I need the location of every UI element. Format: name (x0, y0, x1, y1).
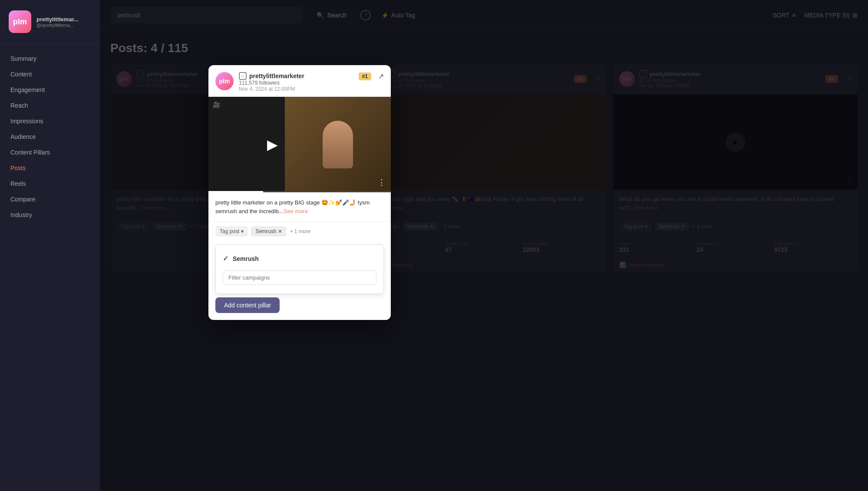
modal-user-info: ◻ prettylittlemarketer 111,579 followers… (239, 72, 353, 92)
sidebar-item-content[interactable]: Content (0, 66, 100, 82)
sidebar-item-content-pillars[interactable]: Content Pillars (0, 145, 100, 160)
main-content: 🔍 Search ? ⚡ Auto Tag SORT ≡ MEDIA TYPE … (100, 0, 868, 491)
sidebar-profile: plm prettylittlemar... @/prettylittlema.… (0, 0, 100, 44)
dropdown-item-semrush[interactable]: ✓ Semrush (216, 250, 383, 267)
add-content-pillar-button[interactable]: Add content pillar (215, 297, 280, 313)
modal-more-options[interactable]: ⋮ (378, 178, 386, 187)
dropdown-filter (216, 267, 383, 288)
modal-tag-semrush: Semrush ✕ (251, 227, 286, 236)
modal-header: plm ◻ prettylittlemarketer 111,579 follo… (208, 65, 391, 97)
modal-avatar: plm (215, 72, 234, 90)
sidebar-item-summary[interactable]: Summary (0, 51, 100, 66)
modal-progress-bar[interactable] (208, 191, 391, 192)
checkmark-icon: ✓ (223, 254, 228, 263)
profile-avatar: plm (9, 10, 31, 33)
sidebar-item-audience[interactable]: Audience (0, 129, 100, 145)
modal-instagram-icon: ◻ (239, 72, 247, 80)
tag-post-chevron: ▾ (241, 228, 244, 234)
modal-tags-row: Tag post ▾ Semrush ✕ + 1 more (208, 221, 391, 241)
profile-info: prettylittlemar... @/prettylittlema... (36, 16, 79, 28)
sidebar-item-reels[interactable]: Reels (0, 176, 100, 191)
modal-dropdown: ✓ Semrush (215, 244, 384, 294)
sidebar-nav: Summary Content Engagement Reach Impress… (0, 44, 100, 491)
modal-body: pretty little marketer on a pretty BIG s… (208, 192, 391, 221)
sidebar-item-compare[interactable]: Compare (0, 191, 100, 207)
modal-post-text: pretty little marketer on a pretty BIG s… (215, 199, 370, 214)
profile-name: prettylittlemar... (36, 16, 79, 23)
sidebar: plm prettylittlemar... @/prettylittlema.… (0, 0, 100, 491)
sidebar-item-industry[interactable]: Industry (0, 207, 100, 223)
sidebar-item-reach[interactable]: Reach (0, 98, 100, 113)
modal-tag-post-button[interactable]: Tag post ▾ (215, 226, 248, 237)
modal-external-link[interactable]: ↗ (378, 72, 384, 80)
modal-tag-remove[interactable]: ✕ (278, 228, 282, 234)
modal-username-row: ◻ prettylittlemarketer (239, 72, 353, 80)
sidebar-item-engagement[interactable]: Engagement (0, 82, 100, 98)
modal-tag-more: + 1 more (290, 228, 310, 234)
app-wrapper: plm prettylittlemar... @/prettylittlema.… (0, 0, 868, 491)
modal-see-more[interactable]: See more (284, 208, 308, 214)
profile-handle: @/prettylittlema... (36, 23, 79, 28)
modal-overlay[interactable]: plm ◻ prettylittlemarketer 111,579 follo… (100, 0, 868, 491)
filter-campaigns-input[interactable] (223, 270, 376, 285)
modal: plm ◻ prettylittlemarketer 111,579 follo… (208, 65, 391, 320)
modal-video-icon: 🎥 (213, 101, 220, 108)
modal-media: 🎥 ▶ ⋮ (208, 97, 391, 192)
modal-progress-fill (208, 191, 263, 192)
modal-rank-badge: #1 (359, 72, 371, 80)
sidebar-item-impressions[interactable]: Impressions (0, 113, 100, 129)
modal-play-button[interactable]: ▶ (267, 136, 278, 153)
sidebar-item-posts[interactable]: Posts (0, 160, 100, 176)
